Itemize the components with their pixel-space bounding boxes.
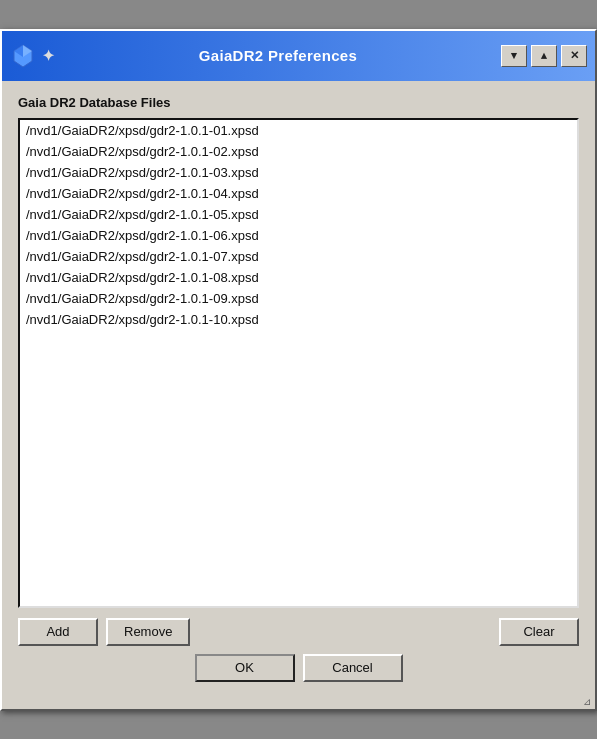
list-item[interactable]: /nvd1/GaiaDR2/xpsd/gdr2-1.0.1-08.xpsd (20, 267, 577, 288)
list-item[interactable]: /nvd1/GaiaDR2/xpsd/gdr2-1.0.1-04.xpsd (20, 183, 577, 204)
list-item[interactable]: /nvd1/GaiaDR2/xpsd/gdr2-1.0.1-07.xpsd (20, 246, 577, 267)
list-item[interactable]: /nvd1/GaiaDR2/xpsd/gdr2-1.0.1-06.xpsd (20, 225, 577, 246)
remove-button[interactable]: Remove (106, 618, 190, 646)
list-item[interactable]: /nvd1/GaiaDR2/xpsd/gdr2-1.0.1-01.xpsd (20, 120, 577, 141)
restore-button[interactable]: ▴ (531, 45, 557, 67)
file-list-container[interactable]: /nvd1/GaiaDR2/xpsd/gdr2-1.0.1-01.xpsd/nv… (18, 118, 579, 608)
preferences-window: ✦ GaiaDR2 Preferences ▾ ▴ ✕ Gaia DR2 Dat… (0, 29, 597, 711)
confirm-button-row: OK Cancel (18, 654, 579, 682)
file-list: /nvd1/GaiaDR2/xpsd/gdr2-1.0.1-01.xpsd/nv… (20, 120, 577, 330)
window-controls: ▾ ▴ ✕ (501, 45, 587, 67)
window-content: Gaia DR2 Database Files /nvd1/GaiaDR2/xp… (2, 81, 595, 694)
ok-button[interactable]: OK (195, 654, 295, 682)
list-item[interactable]: /nvd1/GaiaDR2/xpsd/gdr2-1.0.1-03.xpsd (20, 162, 577, 183)
list-item[interactable]: /nvd1/GaiaDR2/xpsd/gdr2-1.0.1-05.xpsd (20, 204, 577, 225)
close-button[interactable]: ✕ (561, 45, 587, 67)
resize-handle[interactable]: ⊿ (2, 694, 595, 709)
list-item[interactable]: /nvd1/GaiaDR2/xpsd/gdr2-1.0.1-09.xpsd (20, 288, 577, 309)
section-label: Gaia DR2 Database Files (18, 95, 579, 110)
cancel-button[interactable]: Cancel (303, 654, 403, 682)
pin-icon: ✦ (42, 47, 55, 65)
title-bar: ✦ GaiaDR2 Preferences ▾ ▴ ✕ (2, 31, 595, 81)
minimize-button[interactable]: ▾ (501, 45, 527, 67)
action-button-row: Add Remove Clear (18, 618, 579, 646)
window-title: GaiaDR2 Preferences (61, 47, 495, 64)
app-icon (10, 43, 36, 69)
list-item[interactable]: /nvd1/GaiaDR2/xpsd/gdr2-1.0.1-10.xpsd (20, 309, 577, 330)
add-button[interactable]: Add (18, 618, 98, 646)
list-item[interactable]: /nvd1/GaiaDR2/xpsd/gdr2-1.0.1-02.xpsd (20, 141, 577, 162)
clear-button[interactable]: Clear (499, 618, 579, 646)
